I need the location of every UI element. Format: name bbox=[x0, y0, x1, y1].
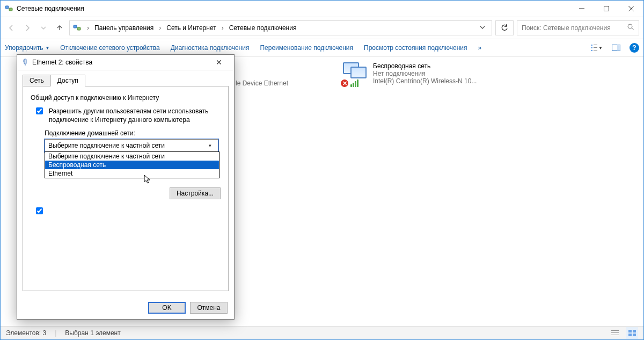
svg-rect-21 bbox=[611, 335, 619, 335]
properties-dialog: Ethernet 2: свойства ✕ Сеть Доступ Общий… bbox=[17, 54, 235, 320]
address-dropdown-icon[interactable] bbox=[477, 24, 488, 32]
search-input[interactable]: Поиск: Сетевые подключения bbox=[517, 20, 639, 35]
dialog-titlebar: Ethernet 2: свойства ✕ bbox=[17, 55, 234, 70]
wifi-bars-icon bbox=[350, 79, 358, 87]
address-bar[interactable]: › Панель управления › Сеть и Интернет › … bbox=[69, 20, 492, 35]
svg-rect-22 bbox=[628, 330, 632, 332]
svg-rect-15 bbox=[591, 50, 592, 51]
adapter-icon bbox=[21, 59, 29, 66]
configure-button[interactable]: Настройка... bbox=[170, 187, 221, 199]
more-commands-chevron[interactable]: » bbox=[478, 44, 482, 52]
section-heading: Общий доступ к подключению к Интернету bbox=[31, 94, 221, 102]
wireless-adapter-icon: ✕ bbox=[343, 62, 368, 84]
svg-rect-14 bbox=[594, 47, 597, 48]
chevron-right-icon[interactable]: › bbox=[219, 24, 226, 32]
organize-menu[interactable]: Упорядочить ▼ bbox=[5, 44, 49, 52]
disable-device-command[interactable]: Отключение сетевого устройства bbox=[60, 44, 159, 52]
dialog-title: Ethernet 2: свойства bbox=[32, 59, 92, 66]
close-button[interactable] bbox=[619, 1, 643, 17]
history-dropdown[interactable] bbox=[37, 21, 50, 34]
selection-info: Выбран 1 элемент bbox=[65, 329, 120, 337]
location-icon bbox=[73, 24, 82, 32]
dialog-close-button[interactable]: ✕ bbox=[208, 55, 230, 70]
network-item-wireless[interactable]: ✕ Беспроводная сеть Нет подключения Inte… bbox=[343, 62, 482, 85]
help-icon[interactable]: ? bbox=[630, 43, 639, 53]
chevron-right-icon[interactable]: › bbox=[85, 24, 91, 32]
dropdown-selected-value: Выберите подключение к частной сети bbox=[48, 142, 165, 149]
svg-line-10 bbox=[632, 28, 634, 30]
svg-rect-20 bbox=[611, 332, 619, 333]
large-icons-toggle[interactable] bbox=[626, 327, 638, 339]
svg-rect-13 bbox=[591, 47, 592, 48]
view-status-command[interactable]: Просмотр состояния подключения bbox=[364, 44, 467, 52]
disconnected-badge-icon: ✕ bbox=[341, 79, 348, 87]
forward-button[interactable] bbox=[21, 21, 34, 34]
back-button[interactable] bbox=[5, 21, 18, 34]
titlebar: Сетевые подключения bbox=[1, 1, 643, 17]
connection-name: Беспроводная сеть bbox=[373, 62, 477, 70]
allow-sharing-label: Разрешить другим пользователям сети испо… bbox=[49, 107, 221, 124]
minimize-button[interactable] bbox=[569, 1, 594, 17]
window-title: Сетевые подключения bbox=[17, 5, 84, 12]
refresh-button[interactable] bbox=[495, 20, 514, 35]
svg-point-9 bbox=[628, 24, 632, 28]
allow-control-checkbox[interactable] bbox=[36, 207, 43, 214]
details-view-toggle[interactable] bbox=[609, 327, 621, 339]
maximize-button[interactable] bbox=[594, 1, 619, 17]
home-connection-label: Подключение домашней сети: bbox=[45, 129, 221, 137]
diagnose-command[interactable]: Диагностика подключения bbox=[171, 44, 250, 52]
svg-rect-25 bbox=[633, 334, 636, 336]
device-label: Intel(R) Centrino(R) Wireless-N 10... bbox=[373, 77, 477, 85]
connection-status: Нет подключения bbox=[373, 70, 477, 77]
status-bar: Элементов: 3 | Выбран 1 элемент bbox=[1, 326, 643, 339]
svg-rect-0 bbox=[5, 6, 9, 9]
svg-rect-11 bbox=[591, 45, 592, 46]
address-bar-row: › Панель управления › Сеть и Интернет › … bbox=[1, 17, 643, 39]
svg-rect-18 bbox=[617, 45, 620, 51]
svg-rect-8 bbox=[77, 27, 80, 30]
tabs-area: Сеть Доступ Общий доступ к подключению к… bbox=[17, 70, 234, 298]
sharing-panel: Общий доступ к подключению к Интернету Р… bbox=[23, 86, 229, 291]
svg-rect-23 bbox=[633, 330, 636, 332]
svg-rect-16 bbox=[594, 50, 597, 50]
up-button[interactable] bbox=[53, 21, 66, 34]
item-count: Элементов: 3 bbox=[6, 329, 46, 337]
preview-pane-button[interactable] bbox=[610, 42, 622, 54]
ok-button[interactable]: OK bbox=[148, 302, 186, 314]
breadcrumb-item[interactable]: Сетевые подключения bbox=[229, 24, 297, 32]
app-icon bbox=[5, 4, 13, 13]
dropdown-option[interactable]: Ethernet bbox=[45, 169, 219, 178]
tab-network[interactable]: Сеть bbox=[23, 75, 50, 86]
search-icon bbox=[627, 24, 634, 32]
dropdown-option[interactable]: Выберите подключение к частной сети bbox=[45, 152, 219, 161]
rename-command[interactable]: Переименование подключения bbox=[260, 44, 353, 52]
cancel-button[interactable]: Отмена bbox=[190, 302, 228, 314]
svg-rect-26 bbox=[24, 59, 26, 64]
dropdown-list: Выберите подключение к частной сети Бесп… bbox=[45, 151, 219, 178]
search-placeholder: Поиск: Сетевые подключения bbox=[522, 24, 611, 32]
home-connection-dropdown[interactable]: Выберите подключение к частной сети ▾ Вы… bbox=[45, 139, 218, 152]
allow-sharing-checkbox[interactable] bbox=[36, 107, 43, 114]
svg-rect-4 bbox=[604, 6, 609, 11]
dropdown-arrow-icon: ▾ bbox=[205, 143, 215, 148]
chevron-right-icon[interactable]: › bbox=[157, 24, 163, 32]
svg-rect-7 bbox=[74, 25, 77, 28]
svg-rect-12 bbox=[594, 45, 597, 45]
svg-rect-24 bbox=[628, 334, 632, 336]
view-options-button[interactable]: ▼ bbox=[591, 42, 603, 54]
svg-rect-19 bbox=[611, 330, 619, 331]
device-label: le Device Ethernet bbox=[236, 79, 288, 87]
breadcrumb-item[interactable]: Панель управления bbox=[94, 24, 153, 32]
explorer-window: Сетевые подключения › Панель управления … bbox=[0, 0, 644, 340]
dropdown-option[interactable]: Беспроводная сеть bbox=[45, 161, 219, 169]
breadcrumb-item[interactable]: Сеть и Интернет bbox=[166, 24, 216, 32]
tab-sharing[interactable]: Доступ bbox=[50, 75, 85, 86]
